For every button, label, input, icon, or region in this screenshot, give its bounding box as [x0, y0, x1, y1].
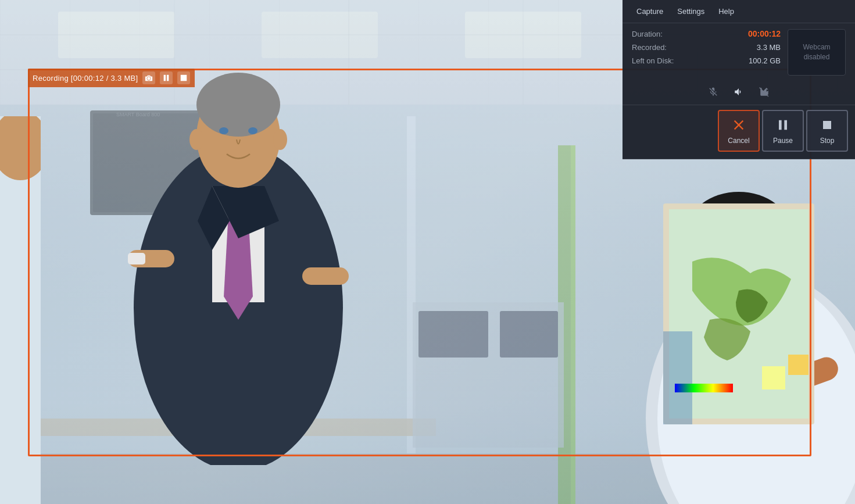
pause-icon-small [162, 74, 170, 82]
recorded-value: 3.3 MB [757, 43, 781, 52]
duration-row: Duration: 00:00:12 [632, 29, 781, 38]
svg-rect-20 [418, 311, 488, 358]
pause-button[interactable]: Pause [762, 110, 804, 152]
menu-help[interactable]: Help [711, 5, 741, 18]
webcam-box: Webcam disabled [788, 29, 846, 76]
svg-rect-57 [181, 75, 187, 81]
person-left-svg [0, 116, 41, 504]
stats-left: Duration: 00:00:12 Recorded: 3.3 MB Left… [632, 29, 781, 76]
cancel-label: Cancel [728, 137, 749, 145]
svg-point-54 [148, 77, 151, 80]
recorded-row: Recorded: 3.3 MB [632, 43, 781, 52]
duration-label: Duration: [632, 30, 663, 38]
screenshot-button[interactable] [142, 72, 155, 84]
svg-rect-36 [128, 253, 145, 264]
webcam-text-line1: Webcam [803, 42, 830, 52]
rec-stop-button[interactable] [177, 72, 190, 84]
disk-row: Left on Disk: 100.2 GB [632, 56, 781, 65]
pause-icon [775, 117, 791, 133]
svg-rect-21 [500, 311, 558, 358]
svg-point-47 [0, 116, 41, 180]
pause-label: Pause [773, 137, 793, 145]
svg-point-33 [273, 129, 287, 150]
control-panel: Capture Settings Help Duration: 00:00:12… [623, 0, 855, 159]
menu-capture[interactable]: Capture [629, 5, 670, 18]
svg-point-32 [189, 129, 203, 150]
disk-label: Left on Disk: [632, 56, 674, 65]
svg-rect-53 [788, 355, 809, 375]
disk-value: 100.2 GB [749, 56, 781, 65]
svg-rect-35 [302, 267, 349, 285]
recording-label: Recording [00:00:12 / 3.3 MB] [33, 74, 138, 83]
svg-rect-55 [164, 75, 166, 81]
audio-controls [623, 81, 855, 105]
rec-pause-button[interactable] [160, 72, 173, 84]
svg-point-29 [196, 73, 280, 137]
recording-toolbar: Recording [00:00:12 / 3.3 MB] [28, 69, 195, 87]
svg-rect-50 [663, 331, 692, 424]
svg-rect-51 [675, 384, 733, 392]
duration-value: 00:00:12 [748, 29, 781, 38]
menu-bar: Capture Settings Help [623, 0, 855, 23]
stats-area: Duration: 00:00:12 Recorded: 3.3 MB Left… [623, 23, 855, 81]
recorded-label: Recorded: [632, 43, 667, 52]
svg-point-31 [248, 127, 257, 134]
menu-settings[interactable]: Settings [670, 5, 711, 18]
action-buttons: Cancel Pause Stop [623, 105, 855, 159]
webcam-text-line2: disabled [804, 52, 830, 62]
svg-point-30 [219, 127, 228, 134]
stop-button[interactable]: Stop [806, 110, 848, 152]
mic-off-button[interactable] [705, 84, 721, 100]
svg-rect-52 [762, 366, 785, 389]
speaker-button[interactable] [731, 84, 747, 100]
svg-rect-56 [167, 75, 169, 81]
stop-label: Stop [820, 137, 835, 145]
wall-map [663, 203, 814, 424]
x-icon [731, 117, 747, 133]
mic-off-icon [708, 87, 718, 97]
camera-off-button[interactable] [756, 84, 772, 100]
speaker-icon [734, 87, 744, 97]
svg-rect-4 [571, 145, 575, 504]
stop-icon-small [180, 74, 188, 82]
camera-icon [145, 74, 153, 82]
person-center-svg [99, 47, 378, 465]
camera-off-icon [759, 87, 770, 97]
stop-icon [819, 117, 835, 133]
cancel-button[interactable]: Cancel [718, 110, 760, 152]
